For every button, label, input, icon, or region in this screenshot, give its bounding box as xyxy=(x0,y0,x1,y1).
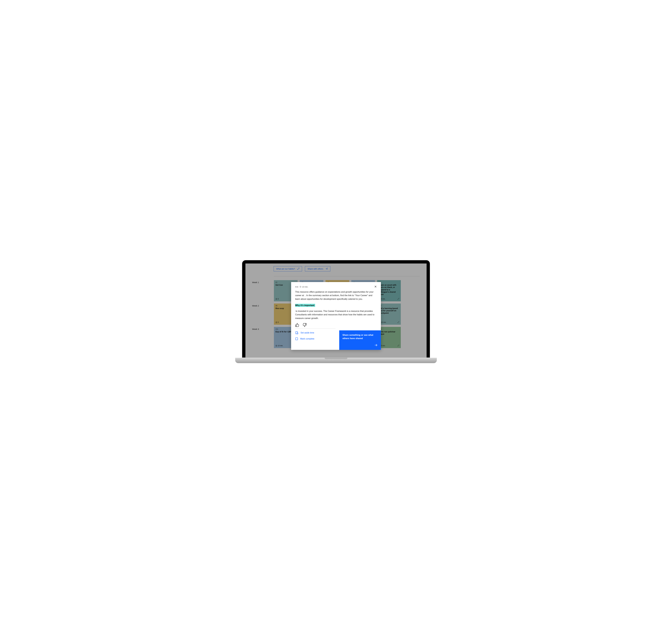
why-important-heading: Why it’s important xyxy=(295,304,315,307)
share-panel-text: Share something or see what others have … xyxy=(342,333,378,340)
svg-rect-18 xyxy=(296,338,298,340)
modal-time: 10 min. xyxy=(302,286,308,288)
modal-why-body: is invested in your success. The Career … xyxy=(295,309,377,320)
modal-description: This resource offers guidance on expecta… xyxy=(295,290,377,301)
thumbs-down-icon[interactable] xyxy=(303,323,307,327)
close-button[interactable] xyxy=(374,285,377,289)
thumbs-up-icon[interactable] xyxy=(295,323,299,327)
calendar-clock-icon xyxy=(295,331,298,334)
resource-modal: #16 10 min. This resource offers guidanc… xyxy=(291,282,381,350)
close-icon xyxy=(374,285,377,288)
trackpad-notch xyxy=(325,358,347,359)
screen: What are our habits? Share with others W… xyxy=(245,264,427,357)
clock-icon xyxy=(300,286,301,288)
mark-complete-button[interactable]: Mark complete xyxy=(295,337,335,340)
checkbox-icon xyxy=(295,337,298,340)
laptop-frame: What are our habits? Share with others W… xyxy=(242,260,430,358)
laptop-label: MacBook Pro xyxy=(331,355,341,357)
share-panel[interactable]: Share something or see what others have … xyxy=(339,330,381,350)
laptop-base: MacBook Pro xyxy=(235,358,437,363)
mark-complete-label: Mark complete xyxy=(300,337,314,340)
set-aside-time-button[interactable]: Set aside time xyxy=(295,331,335,334)
modal-number: #16 xyxy=(295,286,298,288)
set-aside-time-label: Set aside time xyxy=(301,332,314,334)
arrow-right-icon xyxy=(374,344,378,347)
